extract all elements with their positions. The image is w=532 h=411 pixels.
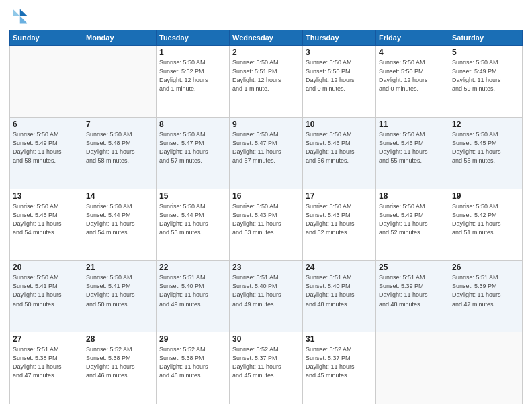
header bbox=[9, 7, 523, 26]
calendar-cell: 17Sunrise: 5:50 AM Sunset: 5:43 PM Dayli… bbox=[303, 189, 376, 261]
week-row: 27Sunrise: 5:51 AM Sunset: 5:38 PM Dayli… bbox=[10, 332, 523, 404]
weekday-header: Friday bbox=[376, 30, 449, 46]
calendar-cell bbox=[376, 332, 449, 404]
day-number: 14 bbox=[86, 191, 153, 201]
day-number: 25 bbox=[379, 263, 446, 272]
calendar-cell: 15Sunrise: 5:50 AM Sunset: 5:44 PM Dayli… bbox=[157, 189, 230, 261]
logo-icon bbox=[9, 7, 28, 26]
calendar-cell bbox=[10, 46, 83, 118]
day-info: Sunrise: 5:51 AM Sunset: 5:40 PM Dayligh… bbox=[232, 273, 300, 308]
day-number: 3 bbox=[306, 48, 373, 57]
day-info: Sunrise: 5:51 AM Sunset: 5:38 PM Dayligh… bbox=[13, 345, 80, 380]
day-number: 1 bbox=[159, 48, 226, 57]
logo-area bbox=[9, 7, 31, 26]
calendar-cell: 22Sunrise: 5:51 AM Sunset: 5:40 PM Dayli… bbox=[157, 261, 230, 332]
day-info: Sunrise: 5:50 AM Sunset: 5:46 PM Dayligh… bbox=[306, 130, 373, 165]
day-info: Sunrise: 5:50 AM Sunset: 5:46 PM Dayligh… bbox=[379, 130, 446, 165]
day-number: 27 bbox=[13, 334, 80, 344]
day-number: 15 bbox=[159, 191, 226, 201]
page: SundayMondayTuesdayWednesdayThursdayFrid… bbox=[0, 0, 532, 411]
day-info: Sunrise: 5:51 AM Sunset: 5:39 PM Dayligh… bbox=[379, 273, 446, 308]
svg-marker-2 bbox=[13, 9, 20, 17]
day-number: 31 bbox=[306, 334, 373, 344]
svg-marker-1 bbox=[20, 16, 28, 24]
day-number: 7 bbox=[86, 120, 153, 129]
calendar-cell: 27Sunrise: 5:51 AM Sunset: 5:38 PM Dayli… bbox=[10, 332, 83, 404]
calendar-cell: 1Sunrise: 5:50 AM Sunset: 5:52 PM Daylig… bbox=[157, 46, 230, 118]
day-number: 16 bbox=[232, 191, 300, 201]
weekday-header: Monday bbox=[83, 30, 157, 46]
calendar-cell: 19Sunrise: 5:50 AM Sunset: 5:42 PM Dayli… bbox=[449, 189, 523, 261]
weekday-header: Thursday bbox=[303, 30, 376, 46]
calendar-cell: 28Sunrise: 5:52 AM Sunset: 5:38 PM Dayli… bbox=[83, 332, 157, 404]
day-info: Sunrise: 5:50 AM Sunset: 5:43 PM Dayligh… bbox=[306, 202, 373, 237]
day-number: 12 bbox=[452, 120, 519, 129]
calendar-cell: 4Sunrise: 5:50 AM Sunset: 5:50 PM Daylig… bbox=[376, 46, 449, 118]
day-info: Sunrise: 5:50 AM Sunset: 5:41 PM Dayligh… bbox=[13, 273, 80, 308]
calendar-cell: 23Sunrise: 5:51 AM Sunset: 5:40 PM Dayli… bbox=[230, 261, 303, 332]
day-info: Sunrise: 5:50 AM Sunset: 5:47 PM Dayligh… bbox=[232, 130, 300, 165]
day-info: Sunrise: 5:50 AM Sunset: 5:42 PM Dayligh… bbox=[452, 202, 519, 237]
day-number: 19 bbox=[452, 191, 519, 201]
day-number: 20 bbox=[13, 263, 80, 272]
weekday-header: Saturday bbox=[449, 30, 523, 46]
day-info: Sunrise: 5:51 AM Sunset: 5:39 PM Dayligh… bbox=[452, 273, 519, 308]
calendar-cell: 26Sunrise: 5:51 AM Sunset: 5:39 PM Dayli… bbox=[449, 261, 523, 332]
calendar-cell: 18Sunrise: 5:50 AM Sunset: 5:42 PM Dayli… bbox=[376, 189, 449, 261]
calendar-cell bbox=[449, 332, 523, 404]
day-number: 26 bbox=[452, 263, 519, 272]
day-number: 21 bbox=[86, 263, 153, 272]
calendar-cell: 11Sunrise: 5:50 AM Sunset: 5:46 PM Dayli… bbox=[376, 117, 449, 189]
day-info: Sunrise: 5:50 AM Sunset: 5:52 PM Dayligh… bbox=[159, 58, 226, 93]
calendar-cell: 25Sunrise: 5:51 AM Sunset: 5:39 PM Dayli… bbox=[376, 261, 449, 332]
calendar-cell: 9Sunrise: 5:50 AM Sunset: 5:47 PM Daylig… bbox=[230, 117, 303, 189]
day-info: Sunrise: 5:50 AM Sunset: 5:43 PM Dayligh… bbox=[232, 202, 300, 237]
calendar-cell: 8Sunrise: 5:50 AM Sunset: 5:47 PM Daylig… bbox=[157, 117, 230, 189]
calendar-cell bbox=[83, 46, 157, 118]
day-number: 24 bbox=[306, 263, 373, 272]
calendar-cell: 10Sunrise: 5:50 AM Sunset: 5:46 PM Dayli… bbox=[303, 117, 376, 189]
day-info: Sunrise: 5:50 AM Sunset: 5:45 PM Dayligh… bbox=[13, 202, 80, 237]
day-number: 13 bbox=[13, 191, 80, 201]
day-number: 29 bbox=[159, 334, 226, 344]
day-info: Sunrise: 5:50 AM Sunset: 5:41 PM Dayligh… bbox=[86, 273, 153, 308]
calendar-cell: 20Sunrise: 5:50 AM Sunset: 5:41 PM Dayli… bbox=[10, 261, 83, 332]
day-number: 8 bbox=[159, 120, 226, 129]
week-row: 20Sunrise: 5:50 AM Sunset: 5:41 PM Dayli… bbox=[10, 261, 523, 332]
calendar-cell: 16Sunrise: 5:50 AM Sunset: 5:43 PM Dayli… bbox=[230, 189, 303, 261]
calendar-cell: 5Sunrise: 5:50 AM Sunset: 5:49 PM Daylig… bbox=[449, 46, 523, 118]
day-number: 23 bbox=[232, 263, 300, 272]
day-info: Sunrise: 5:50 AM Sunset: 5:51 PM Dayligh… bbox=[232, 58, 300, 93]
day-info: Sunrise: 5:51 AM Sunset: 5:40 PM Dayligh… bbox=[159, 273, 226, 308]
calendar-cell: 14Sunrise: 5:50 AM Sunset: 5:44 PM Dayli… bbox=[83, 189, 157, 261]
day-info: Sunrise: 5:50 AM Sunset: 5:42 PM Dayligh… bbox=[379, 202, 446, 237]
day-info: Sunrise: 5:50 AM Sunset: 5:49 PM Dayligh… bbox=[13, 130, 80, 165]
calendar-cell: 31Sunrise: 5:52 AM Sunset: 5:37 PM Dayli… bbox=[303, 332, 376, 404]
day-info: Sunrise: 5:50 AM Sunset: 5:44 PM Dayligh… bbox=[86, 202, 153, 237]
weekday-header-row: SundayMondayTuesdayWednesdayThursdayFrid… bbox=[10, 30, 523, 46]
day-number: 10 bbox=[306, 120, 373, 129]
day-number: 30 bbox=[232, 334, 300, 344]
day-number: 11 bbox=[379, 120, 446, 129]
day-number: 5 bbox=[452, 48, 519, 57]
calendar-cell: 7Sunrise: 5:50 AM Sunset: 5:48 PM Daylig… bbox=[83, 117, 157, 189]
calendar-cell: 13Sunrise: 5:50 AM Sunset: 5:45 PM Dayli… bbox=[10, 189, 83, 261]
weekday-header: Tuesday bbox=[157, 30, 230, 46]
svg-marker-0 bbox=[20, 9, 28, 17]
day-number: 4 bbox=[379, 48, 446, 57]
calendar-cell: 12Sunrise: 5:50 AM Sunset: 5:45 PM Dayli… bbox=[449, 117, 523, 189]
calendar-cell: 21Sunrise: 5:50 AM Sunset: 5:41 PM Dayli… bbox=[83, 261, 157, 332]
day-info: Sunrise: 5:50 AM Sunset: 5:50 PM Dayligh… bbox=[306, 58, 373, 93]
day-info: Sunrise: 5:51 AM Sunset: 5:40 PM Dayligh… bbox=[306, 273, 373, 308]
day-number: 22 bbox=[159, 263, 226, 272]
calendar-cell: 24Sunrise: 5:51 AM Sunset: 5:40 PM Dayli… bbox=[303, 261, 376, 332]
day-number: 2 bbox=[232, 48, 300, 57]
day-info: Sunrise: 5:50 AM Sunset: 5:47 PM Dayligh… bbox=[159, 130, 226, 165]
day-number: 17 bbox=[306, 191, 373, 201]
week-row: 13Sunrise: 5:50 AM Sunset: 5:45 PM Dayli… bbox=[10, 189, 523, 261]
calendar-cell: 2Sunrise: 5:50 AM Sunset: 5:51 PM Daylig… bbox=[230, 46, 303, 118]
weekday-header: Wednesday bbox=[230, 30, 303, 46]
calendar-cell: 29Sunrise: 5:52 AM Sunset: 5:38 PM Dayli… bbox=[157, 332, 230, 404]
day-info: Sunrise: 5:50 AM Sunset: 5:44 PM Dayligh… bbox=[159, 202, 226, 237]
calendar-cell: 6Sunrise: 5:50 AM Sunset: 5:49 PM Daylig… bbox=[10, 117, 83, 189]
